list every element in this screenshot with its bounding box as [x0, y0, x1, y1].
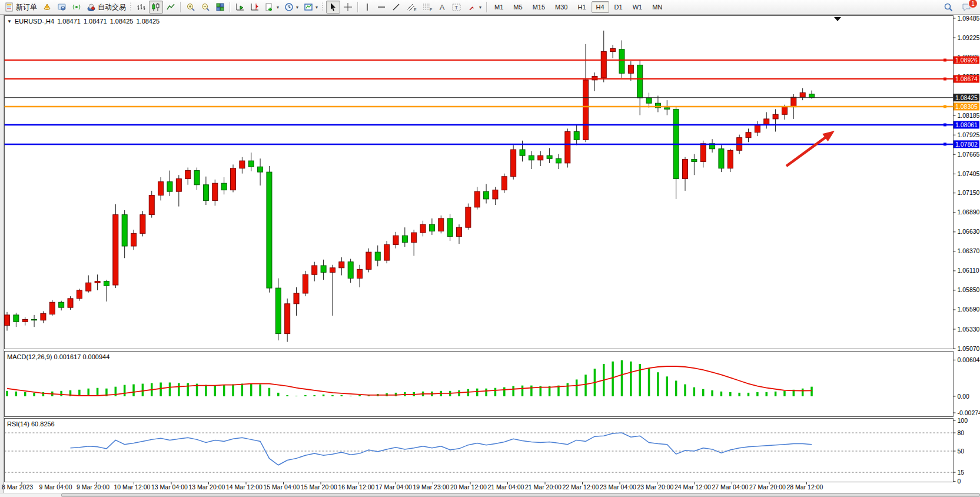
panel-frame — [5, 352, 954, 417]
price-tick-label: 1.05330 — [958, 326, 980, 333]
candle — [501, 174, 507, 193]
rsi-value: 60.8256 — [31, 420, 55, 428]
price-tick-label: 1.06890 — [958, 208, 980, 216]
date-label: 19 Mar 23:00 — [413, 483, 450, 491]
price-tick-label: 1.05850 — [958, 286, 980, 293]
price-badge-label: 1.08305 — [955, 103, 978, 110]
price-badge-label: 1.08674 — [955, 75, 978, 82]
candle — [49, 300, 55, 316]
macd-main-value: 0.001617 — [54, 353, 81, 360]
candle — [231, 164, 236, 192]
ohlc-high: 1.08471 — [84, 18, 107, 25]
candle — [511, 145, 516, 179]
date-label: 13 Mar 20:00 — [189, 483, 225, 491]
price-tick-label: 1.07665 — [958, 151, 980, 158]
price-tick-label: 1.07405 — [958, 170, 980, 177]
panel-frame — [5, 16, 954, 349]
date-label: 8 Mar 2023 — [2, 483, 33, 491]
symbol-dropdown-icon[interactable]: ▼ — [7, 19, 12, 24]
rsi-axis-label: 50 — [958, 448, 965, 455]
price-tick-label: 1.06110 — [958, 267, 979, 274]
candle — [466, 204, 471, 230]
macd-axis-label: -0.002746 — [958, 409, 980, 416]
date-label: 10 Mar 12:00 — [114, 483, 151, 491]
candle — [140, 211, 145, 236]
rsi-axis-label: 100 — [958, 417, 968, 424]
date-label: 28 Mar 12:00 — [787, 483, 823, 491]
candle — [267, 166, 272, 293]
date-label: 23 Mar 04:00 — [600, 483, 636, 491]
candle — [366, 248, 371, 273]
price-tick-label: 1.07925 — [958, 131, 980, 138]
ohlc-open: 1.08471 — [57, 18, 81, 25]
date-label: 20 Mar 12:00 — [450, 483, 487, 491]
price-tick-label: 1.05590 — [958, 306, 980, 313]
candle — [719, 145, 724, 172]
ohlc-close: 1.08425 — [136, 18, 160, 25]
date-label: 21 Mar 04:00 — [488, 483, 524, 491]
chart-canvas[interactable]: 1.094851.092251.089651.087051.084451.081… — [0, 0, 980, 497]
price-tick-label: 1.09225 — [958, 34, 980, 41]
date-label: 9 Mar 04:00 — [39, 483, 72, 491]
macd-axis-label: 0.006044 — [958, 356, 980, 363]
macd-name: MACD(12,26,9) — [7, 353, 52, 360]
candle — [565, 128, 570, 167]
price-badge-label: 1.08926 — [955, 57, 978, 64]
price-tick-label: 1.09485 — [958, 15, 980, 22]
candle — [68, 296, 73, 310]
date-label: 23 Mar 20:00 — [637, 483, 674, 491]
date-label: 21 Mar 20:00 — [525, 483, 562, 491]
price-badge-label: 1.07802 — [955, 141, 978, 148]
macd-signal-value: 0.000944 — [82, 353, 109, 360]
price-tick-label: 1.07150 — [958, 189, 980, 196]
date-label: 27 Mar 20:00 — [749, 483, 786, 491]
price-tick-label: 1.05070 — [958, 345, 980, 352]
date-label: 16 Mar 12:00 — [338, 483, 375, 491]
macd-axis-label: 0.00 — [958, 393, 970, 400]
price-badge-label: 1.08425 — [955, 94, 978, 101]
date-label: 15 Mar 04:00 — [264, 483, 300, 491]
date-label: 17 Mar 04:00 — [376, 483, 412, 491]
macd-label: MACD(12,26,9) 0.001617 0.000944 — [7, 353, 109, 360]
date-label: 13 Mar 04:00 — [151, 483, 188, 491]
rsi-name: RSI(14) — [7, 420, 29, 428]
date-label: 24 Mar 12:00 — [675, 483, 711, 491]
price-tick-label: 1.06630 — [958, 228, 980, 235]
date-label: 15 Mar 20:00 — [301, 483, 337, 491]
horizontal-scrollbar[interactable] — [0, 493, 980, 497]
date-label: 9 Mar 20:00 — [77, 483, 109, 491]
price-tick-label: 1.06370 — [958, 247, 980, 254]
ohlc-low: 1.08425 — [110, 18, 134, 25]
price-tick-label: 1.08185 — [958, 112, 980, 119]
date-label: 27 Mar 04:00 — [712, 483, 749, 491]
symbol-period-label: EURUSD-,H4 — [15, 18, 54, 25]
rsi-axis-label: 15 — [958, 469, 965, 476]
candle — [303, 271, 308, 296]
rsi-label: RSI(14) 60.8256 — [7, 420, 55, 428]
price-badge-label: 1.08061 — [955, 121, 978, 128]
rsi-axis-label: 80 — [958, 429, 965, 436]
rsi-axis-label: 0 — [958, 478, 961, 485]
date-label: 14 Mar 12:00 — [226, 483, 263, 491]
chart-header: ▼ EURUSD-,H4 1.08471 1.08471 1.08425 1.0… — [7, 18, 160, 25]
scrollbar-thumb[interactable] — [61, 493, 980, 497]
candle — [113, 204, 118, 288]
candle — [727, 149, 733, 172]
date-label: 22 Mar 12:00 — [563, 483, 599, 491]
